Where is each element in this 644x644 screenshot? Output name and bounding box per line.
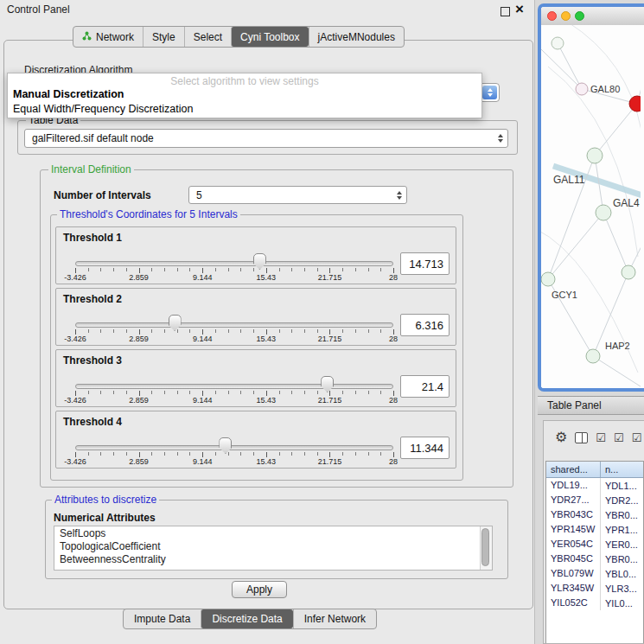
float-window-icon[interactable] <box>501 7 510 16</box>
tab-label: Cyni Toolbox <box>240 31 299 43</box>
network-edge[interactable] <box>541 49 582 89</box>
scale-tick-label: -3.426 <box>64 457 86 466</box>
dropdown-option-equal-width[interactable]: Equal Width/Frequency Discretization <box>13 103 193 115</box>
tab-impute-data[interactable]: Impute Data <box>124 609 201 628</box>
slider-track[interactable] <box>75 322 393 328</box>
scrollbar-thumb[interactable] <box>481 528 489 566</box>
network-edge[interactable] <box>603 213 628 272</box>
network-node[interactable] <box>586 349 600 363</box>
table-row[interactable]: YBR045CYBR0... <box>546 552 643 566</box>
table-row[interactable]: YIL052CYIL0... <box>546 596 643 610</box>
threshold-slider[interactable]: -3.4262.8599.14415.4321.71528 <box>75 437 393 467</box>
select-all-checkbox-icon[interactable]: ☑ <box>596 432 606 443</box>
attribute-list-item[interactable]: TopologicalCoefficient <box>54 540 480 553</box>
attribute-list-item[interactable]: SelfLoops <box>54 527 480 540</box>
combobox-value: galFiltered.sif default node <box>32 132 154 144</box>
close-icon[interactable]: × <box>515 0 524 19</box>
scale-tick-label: 15.43 <box>257 273 277 282</box>
table-data-combobox[interactable]: galFiltered.sif default node <box>24 129 508 148</box>
threshold-value-input[interactable] <box>400 437 450 459</box>
slider-track[interactable] <box>75 445 393 450</box>
tab-select[interactable]: Select <box>184 27 231 47</box>
combobox-stepper-icon[interactable] <box>482 86 497 99</box>
interval-group-label: Interval Definition <box>48 164 134 175</box>
network-edge[interactable] <box>548 213 603 279</box>
table-row[interactable]: YBL079WYBL0... <box>546 566 643 581</box>
scale-tick-label: 15.43 <box>257 335 277 343</box>
table-cell: YPR1... <box>601 525 643 535</box>
threshold-value-input[interactable] <box>400 252 450 275</box>
column-header-shared[interactable]: shared... <box>546 462 601 477</box>
slider-scale-labels: -3.4262.8599.14415.4321.71528 <box>75 396 393 405</box>
scale-tick-label: 28 <box>389 273 398 282</box>
table-cell: YLR345W <box>546 581 601 596</box>
table-row[interactable]: YBR043CYBR0... <box>546 507 643 522</box>
network-edge[interactable] <box>558 43 582 89</box>
tab-discretize-data[interactable]: Discretize Data <box>201 609 292 628</box>
list-scrollbar[interactable] <box>480 526 492 570</box>
table-panel-header: Table Panel <box>538 396 644 415</box>
threshold-value-input[interactable] <box>400 375 450 398</box>
table-cell: YDR27... <box>546 493 601 507</box>
network-node[interactable] <box>629 96 641 112</box>
table-row[interactable]: YER054CYER0... <box>546 537 643 552</box>
threshold-slider[interactable]: -3.4262.8599.14415.4321.71528 <box>75 253 393 283</box>
scale-tick-label: 15.43 <box>257 396 277 405</box>
table-cell: YIL052C <box>546 596 601 610</box>
network-node[interactable] <box>552 37 564 49</box>
dropdown-option-manual-discretization[interactable]: Manual Discretization <box>13 88 124 100</box>
tab-label: Impute Data <box>134 613 190 625</box>
scale-tick-label: 9.144 <box>193 457 213 466</box>
select-visible-checkbox-icon[interactable]: ☑ <box>614 432 624 443</box>
num-intervals-combobox[interactable]: 5 <box>188 186 407 204</box>
screen: Control Panel × Network Style Select Cyn… <box>0 0 644 644</box>
attribute-list-item[interactable]: BetweennessCentrality <box>54 553 480 566</box>
table-cell: YBR0... <box>601 510 643 520</box>
network-node[interactable] <box>587 148 603 163</box>
table-row[interactable]: YPR145WYPR1... <box>546 522 643 537</box>
table-cell: YBR0... <box>601 554 643 564</box>
threshold-slider[interactable]: -3.4262.8599.14415.4321.71528 <box>75 315 393 344</box>
table-row[interactable]: YLR345WYLR3... <box>546 581 643 596</box>
threshold-label: Threshold 1 <box>63 232 122 244</box>
table-row[interactable]: YDL19...YDL1... <box>546 478 643 493</box>
table-cell: YER0... <box>601 539 643 550</box>
network-node-label: GAL80 <box>590 84 620 94</box>
slider-track[interactable] <box>75 384 393 389</box>
threshold-slider[interactable]: -3.4262.8599.14415.4321.71528 <box>75 376 393 405</box>
table-cell: YPR145W <box>546 522 601 537</box>
zoom-traffic-light-icon[interactable] <box>575 11 584 21</box>
tab-cyni-toolbox[interactable]: Cyni Toolbox <box>231 27 308 47</box>
scale-tick-label: 9.144 <box>193 335 213 343</box>
close-traffic-light-icon[interactable] <box>547 11 557 21</box>
table-cell: YIL0... <box>601 598 643 609</box>
algorithm-dropdown-popup: Select algorithm to view settings Manual… <box>7 73 482 118</box>
scale-tick-label: 2.859 <box>129 457 149 466</box>
numerical-attributes-label: Numerical Attributes <box>54 512 156 524</box>
network-node[interactable] <box>622 265 635 279</box>
minimize-traffic-light-icon[interactable] <box>561 11 571 21</box>
gear-icon[interactable]: ⚙ <box>555 430 567 444</box>
columns-icon[interactable] <box>575 432 588 443</box>
tab-style[interactable]: Style <box>143 27 184 47</box>
network-window-titlebar[interactable] <box>541 7 644 26</box>
tab-infer-network[interactable]: Infer Network <box>293 609 376 628</box>
table-row[interactable]: YDR27...YDR2... <box>546 493 643 507</box>
network-node[interactable] <box>576 83 588 95</box>
slider-track[interactable] <box>75 261 393 266</box>
threshold-box: Threshold 4 -3.4262.8599.14415.4321.7152… <box>55 411 456 469</box>
column-header-name[interactable]: n... <box>601 462 643 477</box>
checkbox-icon[interactable]: ☑ <box>632 432 642 443</box>
scale-tick-label: 9.144 <box>193 273 213 282</box>
tab-network[interactable]: Network <box>73 27 143 47</box>
tab-jactivemnodules[interactable]: jActiveMNodules <box>309 27 404 47</box>
numerical-attributes-list[interactable]: SelfLoopsTopologicalCoefficientBetweenne… <box>54 526 493 571</box>
network-node[interactable] <box>596 205 611 220</box>
network-view-window: GAL80GAL11GAL4GCY1HAP2 <box>538 3 644 392</box>
table-panel-title: Table Panel <box>547 399 602 411</box>
network-node[interactable] <box>541 272 555 286</box>
apply-button[interactable]: Apply <box>232 581 287 598</box>
network-canvas[interactable]: GAL80GAL11GAL4GCY1HAP2 <box>541 25 644 388</box>
combobox-value: 5 <box>196 189 202 201</box>
threshold-value-input[interactable] <box>400 314 450 336</box>
